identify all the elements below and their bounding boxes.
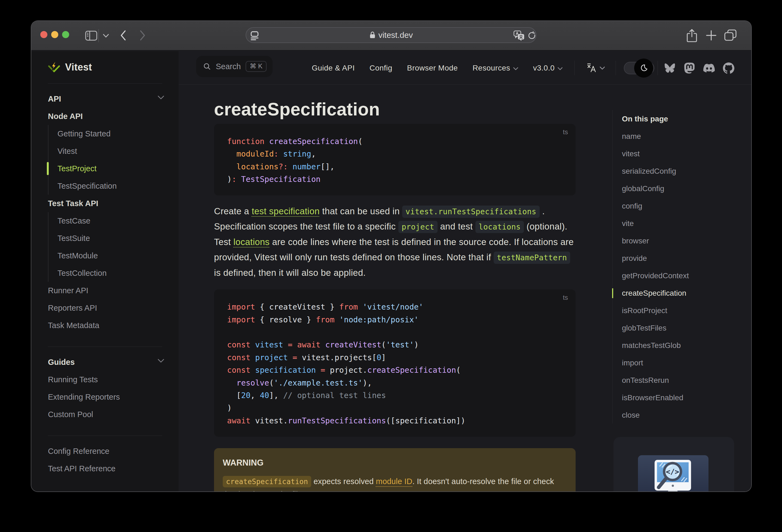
inline-code-link[interactable]: testNamePattern bbox=[494, 252, 570, 264]
search-icon bbox=[203, 62, 211, 71]
sidebar-section: GuidesRunning TestsExtending ReportersCu… bbox=[48, 347, 162, 423]
sidebar-item-testcase[interactable]: TestCase bbox=[58, 212, 162, 229]
appearance-toggle[interactable] bbox=[624, 62, 654, 74]
discord-icon[interactable] bbox=[699, 62, 719, 74]
site-navbar: Search ⌘ K Guide & APIConfigBrowser Mode… bbox=[179, 51, 751, 85]
paragraph-line: is defined, then it will also be applied… bbox=[214, 265, 576, 281]
sidebar-item-testproject[interactable]: TestProject bbox=[58, 160, 162, 177]
warning-link[interactable]: module ID bbox=[376, 477, 413, 486]
minimize-window-button[interactable] bbox=[51, 31, 58, 38]
doc-content: createSpecification ts function createSp… bbox=[179, 85, 751, 491]
back-icon[interactable] bbox=[119, 30, 127, 41]
sidebar-item-runner-api[interactable]: Runner API bbox=[48, 282, 162, 299]
outline-item-isrootproject[interactable]: isRootProject bbox=[612, 302, 750, 319]
sidebar-item-testsuite[interactable]: TestSuite bbox=[58, 229, 162, 247]
language-chevron-down-icon bbox=[599, 66, 605, 70]
sidebar-item-extending-reporters[interactable]: Extending Reporters bbox=[48, 388, 162, 406]
sidebar-item-testspecification[interactable]: TestSpecification bbox=[58, 177, 162, 195]
outline-item-serializedconfig[interactable]: serializedConfig bbox=[612, 163, 750, 180]
outline-item-getprovidedcontext[interactable]: getProvidedContext bbox=[612, 267, 750, 285]
inline-code: project bbox=[398, 221, 437, 233]
nav-item-guide-api[interactable]: Guide & API bbox=[312, 64, 355, 72]
outline-item-vitest[interactable]: vitest bbox=[612, 145, 750, 163]
appearance-knob bbox=[634, 59, 653, 78]
translate-icon[interactable] bbox=[513, 31, 525, 41]
nav-item-resources[interactable]: Resources bbox=[472, 64, 518, 72]
code-block-signature: ts function createSpecification( moduleI… bbox=[214, 124, 576, 196]
dropdown-chevron-icon bbox=[557, 67, 563, 71]
sidebar-item-reporters-api[interactable]: Reporters API bbox=[48, 299, 162, 317]
reload-icon[interactable] bbox=[527, 31, 536, 40]
sidebar-item-api[interactable]: API bbox=[48, 90, 162, 108]
sidebar-item-config-reference[interactable]: Config Reference bbox=[48, 442, 162, 460]
forward-icon[interactable] bbox=[139, 30, 146, 41]
sidebar-chevron-down-icon[interactable] bbox=[103, 34, 109, 38]
sidebar-item-getting-started[interactable]: Getting Started bbox=[58, 125, 162, 142]
bluesky-icon[interactable] bbox=[660, 63, 680, 73]
outline-item-createspecification[interactable]: createSpecification bbox=[612, 285, 750, 302]
outline-item-close[interactable]: close bbox=[612, 406, 750, 424]
brand-name: Vitest bbox=[65, 62, 92, 73]
doc-link[interactable]: locations bbox=[233, 237, 270, 247]
sidebar-item-test-task-api[interactable]: Test Task API bbox=[48, 195, 162, 212]
outline-item-vite[interactable]: vite bbox=[612, 215, 750, 232]
code-pre[interactable]: function createSpecification( moduleId: … bbox=[214, 135, 576, 186]
sidebar-item-test-api-reference[interactable]: Test API Reference bbox=[48, 460, 162, 477]
sidebar-item-node-api[interactable]: Node API bbox=[48, 108, 162, 125]
outline-item-globalconfig[interactable]: globalConfig bbox=[612, 180, 750, 198]
doc-link[interactable]: test specification bbox=[252, 206, 319, 216]
outline-item-config[interactable]: config bbox=[612, 198, 750, 215]
new-tab-icon[interactable] bbox=[705, 29, 717, 42]
outline-item-import[interactable]: import bbox=[612, 354, 750, 371]
close-window-button[interactable] bbox=[40, 31, 47, 38]
sidebar-item-guides[interactable]: Guides bbox=[48, 353, 162, 371]
share-icon[interactable] bbox=[686, 28, 698, 43]
sidebar-toggle-icon[interactable] bbox=[85, 31, 97, 41]
nav-item-config[interactable]: Config bbox=[369, 64, 392, 72]
sidebar-item-vitest[interactable]: Vitest bbox=[58, 142, 162, 160]
warning-line: that it exists on the file system! bbox=[223, 488, 567, 491]
nav-item-v3-0-0[interactable]: v3.0.0 bbox=[533, 64, 563, 72]
translate-language-icon bbox=[586, 63, 597, 73]
inline-code-link[interactable]: vitest.runTestSpecifications bbox=[402, 206, 539, 218]
browser-window: vitest.dev bbox=[31, 21, 751, 491]
inline-code: locations bbox=[475, 221, 524, 233]
paragraph-line: provided, Vitest will only run tests def… bbox=[214, 250, 576, 265]
mastodon-icon[interactable] bbox=[680, 63, 699, 73]
sidebar-item-task-metadata[interactable]: Task Metadata bbox=[48, 317, 162, 334]
zoom-window-button[interactable] bbox=[62, 31, 69, 38]
code-lang-badge: ts bbox=[563, 128, 568, 136]
outline-item-browser[interactable]: browser bbox=[612, 232, 750, 250]
outline-item-globtestfiles[interactable]: globTestFiles bbox=[612, 319, 750, 337]
outline-item-ontestsrerun[interactable]: onTestsRerun bbox=[612, 371, 750, 389]
browser-titlebar: vitest.dev bbox=[31, 21, 751, 50]
nav-item-browser-mode[interactable]: Browser Mode bbox=[407, 64, 458, 72]
section-chevron-icon bbox=[157, 95, 165, 100]
language-menu[interactable] bbox=[586, 63, 605, 73]
sidebar-item-running-tests[interactable]: Running Tests bbox=[48, 371, 162, 388]
search-button[interactable]: Search ⌘ K bbox=[196, 56, 273, 77]
paragraph-line: Test locations are code lines where the … bbox=[214, 235, 576, 250]
sidebar-item-testcollection[interactable]: TestCollection bbox=[58, 264, 162, 282]
sponsor-card[interactable]: </> bbox=[613, 437, 734, 491]
url-host: vitest.dev bbox=[379, 31, 413, 40]
github-icon[interactable] bbox=[719, 62, 739, 74]
warning-title: WARNING bbox=[223, 457, 567, 468]
outline-item-matchestestglob[interactable]: matchesTestGlob bbox=[612, 337, 750, 354]
outline-item-provide[interactable]: provide bbox=[612, 250, 750, 267]
sponsor-illustration: </> bbox=[638, 455, 709, 491]
address-bar[interactable]: vitest.dev bbox=[246, 27, 536, 43]
sidebar-item-custom-pool[interactable]: Custom Pool bbox=[48, 406, 162, 423]
logo[interactable]: Vitest bbox=[48, 51, 162, 83]
outline-item-isbrowserenabled[interactable]: isBrowserEnabled bbox=[612, 389, 750, 406]
tab-overview-icon[interactable] bbox=[724, 29, 737, 42]
sidebar-item-testmodule[interactable]: TestModule bbox=[58, 247, 162, 264]
doc-paragraph: Create a test specification that can be … bbox=[214, 204, 576, 281]
page: Vitest APINode APIGetting StartedVitestT… bbox=[31, 51, 751, 491]
code-pre[interactable]: import { createVitest } from 'vitest/nod… bbox=[214, 301, 576, 427]
navbar-right: Guide & APIConfigBrowser ModeResourcesv3… bbox=[312, 51, 751, 85]
svg-text:</>: </> bbox=[666, 467, 679, 476]
sidebar-group: TestCaseTestSuiteTestModuleTestCollectio… bbox=[48, 212, 162, 282]
sidebar-section: Config ReferenceTest API Reference bbox=[48, 436, 162, 477]
outline-item-name[interactable]: name bbox=[612, 128, 750, 145]
